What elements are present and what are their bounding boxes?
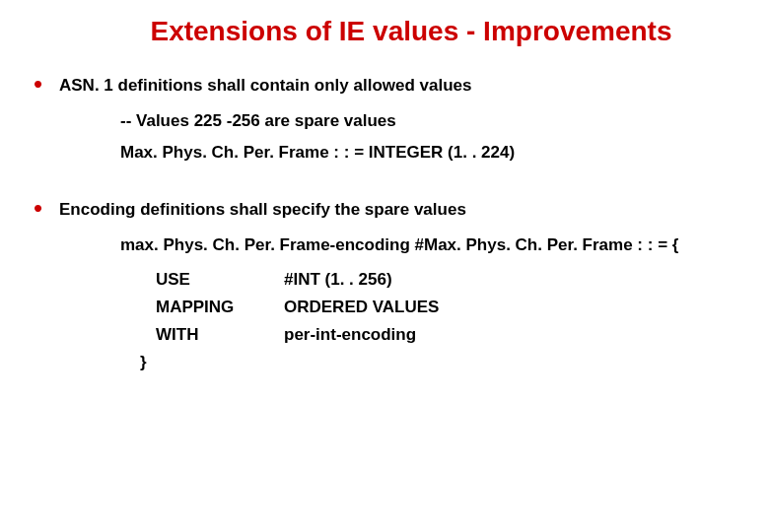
bullet-icon: • bbox=[30, 199, 59, 217]
slide: Extensions of IE values - Improvements •… bbox=[0, 0, 769, 532]
bullet-icon: • bbox=[30, 75, 59, 93]
table-row: WITH per-int-encoding bbox=[156, 325, 739, 345]
bullet-text: ASN. 1 definitions shall contain only al… bbox=[59, 75, 471, 97]
code-line: -- Values 225 -256 are spare values bbox=[120, 110, 739, 132]
bullet-text: Encoding definitions shall specify the s… bbox=[59, 199, 466, 221]
encoding-table: USE #INT (1. . 256) MAPPING ORDERED VALU… bbox=[156, 270, 739, 345]
table-key: WITH bbox=[156, 325, 284, 345]
table-value: #INT (1. . 256) bbox=[284, 270, 392, 290]
bullet-sub-block: -- Values 225 -256 are spare values Max.… bbox=[120, 110, 739, 164]
table-key: USE bbox=[156, 270, 284, 290]
bullet-item: • Encoding definitions shall specify the… bbox=[30, 199, 739, 221]
bullet-sub-block: max. Phys. Ch. Per. Frame-encoding #Max.… bbox=[120, 234, 739, 256]
table-value: per-int-encoding bbox=[284, 325, 416, 345]
table-value: ORDERED VALUES bbox=[284, 298, 439, 317]
table-row: MAPPING ORDERED VALUES bbox=[156, 298, 739, 317]
slide-title: Extensions of IE values - Improvements bbox=[83, 16, 739, 47]
bullet-item: • ASN. 1 definitions shall contain only … bbox=[30, 75, 739, 97]
table-row: USE #INT (1. . 256) bbox=[156, 270, 739, 290]
code-line: Max. Phys. Ch. Per. Frame : : = INTEGER … bbox=[120, 142, 739, 164]
code-line: max. Phys. Ch. Per. Frame-encoding #Max.… bbox=[120, 234, 739, 256]
code-line: } bbox=[140, 353, 739, 372]
table-key: MAPPING bbox=[156, 298, 284, 317]
